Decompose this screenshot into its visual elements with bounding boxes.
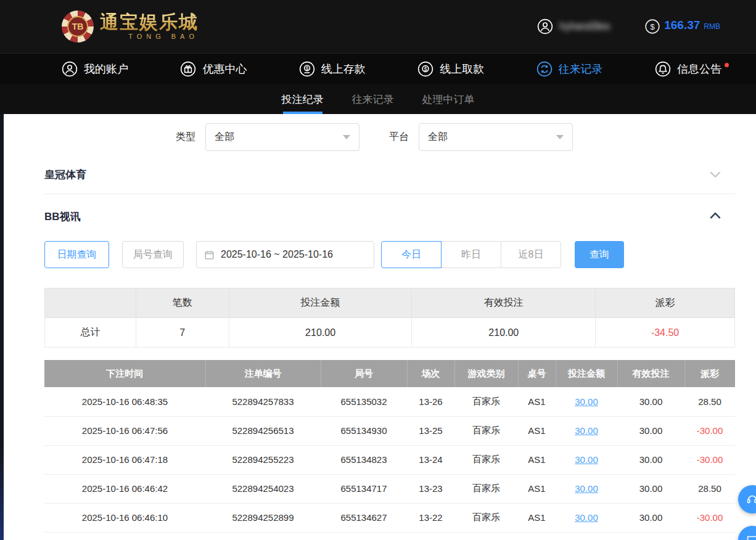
type-select-value: 全部	[215, 131, 234, 144]
cell-session: 13-24	[407, 445, 454, 474]
cell-time: 2025-10-16 06:46:42	[44, 474, 205, 503]
logo[interactable]: TB 通宝娱乐城 TONG BAO	[62, 10, 199, 43]
search-button[interactable]: 查询	[575, 241, 624, 268]
nav-item-announcements[interactable]: 信息公告	[655, 61, 721, 77]
table-header-row: 下注时间 注单编号 局号 场次 游戏类别 桌号 投注金额 有效投注 派彩	[44, 360, 735, 387]
bet-amount-link[interactable]: 30.00	[575, 454, 598, 465]
cell-payout: -30.00	[684, 445, 735, 474]
section-bb-video[interactable]: BB视讯	[44, 197, 735, 236]
chevron-down-icon	[556, 135, 564, 139]
summary-payout: -34.50	[596, 318, 735, 348]
bet-amount-link[interactable]: 30.00	[575, 512, 598, 523]
main-content: 类型 全部 平台 全部 皇冠体育 BB视讯 日期查询	[0, 123, 756, 533]
chevron-down-icon[interactable]	[705, 166, 725, 184]
nav-item-records[interactable]: 往来记录	[536, 61, 603, 77]
page: TB 通宝娱乐城 TONG BAO hyhand3les $ 166.37	[0, 0, 756, 540]
nav-label: 优惠中心	[202, 62, 247, 76]
cell-valid: 30.00	[617, 416, 684, 445]
summary-table: 笔数 投注金额 有效投注 派彩 总计 7 210.00 210.00 -34.5…	[44, 288, 735, 348]
cell-round: 655134930	[321, 416, 407, 445]
cell-payout: 28.50	[684, 387, 735, 416]
section-title: 皇冠体育	[44, 168, 86, 182]
last-8-days-button[interactable]: 近8日	[501, 241, 561, 268]
chevron-down-icon	[343, 135, 350, 139]
balance-currency: RMB	[704, 22, 720, 31]
summary-header-payout: 派彩	[596, 288, 735, 318]
nav-label: 往来记录	[559, 62, 603, 76]
col-header-session: 场次	[407, 360, 454, 387]
chevron-up-icon[interactable]	[705, 207, 725, 226]
cell-time: 2025-10-16 06:47:18	[44, 445, 205, 474]
tab-label: 往来记录	[352, 92, 394, 107]
cell-round: 655135032	[321, 387, 407, 416]
tab-transaction-records[interactable]: 往来记录	[352, 84, 394, 114]
bet-amount-link[interactable]: 30.00	[575, 425, 598, 436]
type-select[interactable]: 全部	[205, 123, 360, 151]
section-title: BB视讯	[44, 210, 81, 224]
logo-subtitle: TONG BAO	[100, 33, 199, 41]
deposit-icon: $	[299, 61, 315, 77]
summary-total-label: 总计	[45, 318, 136, 348]
col-header-order: 注单编号	[205, 360, 321, 387]
cell-order: 522894255223	[205, 445, 321, 474]
svg-text:$: $	[651, 22, 655, 31]
tab-bet-records[interactable]: 投注纪录	[282, 84, 324, 114]
nav-item-my-account[interactable]: 我的账户	[62, 61, 128, 77]
col-header-bet: 投注金额	[556, 360, 617, 387]
nav-item-promotions[interactable]: 优惠中心	[180, 61, 247, 77]
cell-session: 13-22	[407, 503, 454, 532]
summary-count: 7	[136, 318, 229, 348]
date-query-button[interactable]: 日期查询	[44, 241, 109, 268]
cell-table: AS1	[518, 416, 556, 445]
bet-amount-link[interactable]: 30.00	[575, 483, 598, 494]
records-icon	[536, 61, 553, 77]
cell-round: 655134823	[321, 445, 407, 474]
cell-order: 522894257833	[205, 387, 321, 416]
balance[interactable]: $ 166.37 RMB	[644, 18, 720, 35]
cell-session: 13-25	[407, 416, 454, 445]
cell-time: 2025-10-16 06:47:56	[44, 416, 205, 445]
section-crown-sports[interactable]: 皇冠体育	[44, 151, 735, 194]
cell-valid: 30.00	[617, 474, 684, 503]
date-range-input[interactable]: 2025-10-16 ~ 2025-10-16	[196, 241, 374, 268]
logo-chip-text: TB	[67, 16, 88, 37]
sub-nav: 投注纪录 往来记录 处理中订单	[0, 84, 756, 114]
logo-text: 通宝娱乐城 TONG BAO	[100, 12, 199, 40]
query-toolbar: 日期查询 局号查询 2025-10-16 ~ 2025-10-16 今日 昨日 …	[44, 241, 735, 268]
cell-round: 655134627	[321, 503, 407, 532]
cell-time: 2025-10-16 06:46:10	[44, 503, 205, 532]
cell-payout: -30.00	[684, 416, 735, 445]
balance-amount: 166.37	[664, 18, 700, 32]
main-nav: 我的账户 优惠中心 $ 线上存款 $ 线上取款	[0, 53, 756, 84]
table-row: 2025-10-16 06:47:56 522894256513 6551349…	[44, 416, 735, 445]
svg-text:$: $	[424, 66, 427, 72]
nav-label: 我的账户	[84, 62, 128, 76]
nav-label: 线上取款	[440, 62, 484, 76]
platform-label: 平台	[389, 131, 409, 144]
today-button[interactable]: 今日	[381, 241, 442, 268]
nav-item-deposit[interactable]: $ 线上存款	[299, 61, 366, 77]
cell-game: 百家乐	[454, 445, 518, 474]
tab-label: 投注纪录	[282, 92, 324, 107]
calendar-icon	[204, 250, 215, 260]
cell-order: 522894256513	[205, 416, 321, 445]
svg-text:$: $	[305, 65, 308, 72]
cell-valid: 30.00	[617, 387, 684, 416]
user-account[interactable]: hyhand3les	[537, 18, 610, 35]
headset-icon	[746, 493, 756, 506]
summary-total-row: 总计 7 210.00 210.00 -34.50	[45, 318, 735, 348]
round-query-button[interactable]: 局号查询	[122, 241, 184, 268]
yesterday-button[interactable]: 昨日	[441, 241, 501, 268]
col-header-valid: 有效投注	[617, 360, 684, 387]
table-row: 2025-10-16 06:47:18 522894255223 6551348…	[44, 445, 735, 474]
nav-item-withdraw[interactable]: $ 线上取款	[417, 61, 484, 77]
cell-table: AS1	[518, 445, 556, 474]
cell-table: AS1	[518, 503, 556, 532]
platform-select[interactable]: 全部	[419, 123, 573, 151]
cell-game: 百家乐	[454, 503, 518, 532]
col-header-time: 下注时间	[44, 360, 205, 387]
col-header-game: 游戏类别	[454, 360, 518, 387]
notification-dot	[725, 63, 729, 67]
tab-processing-orders[interactable]: 处理中订单	[422, 84, 475, 114]
bet-amount-link[interactable]: 30.00	[575, 396, 598, 407]
